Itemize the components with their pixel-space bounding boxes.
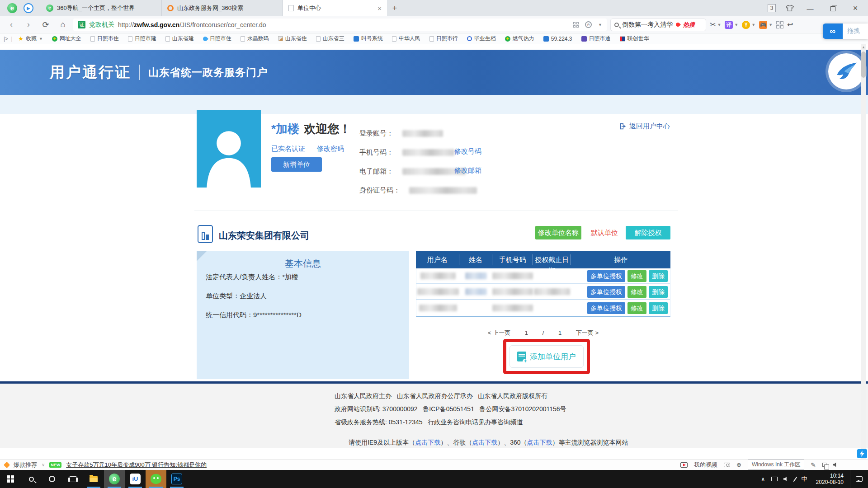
bookmark-item[interactable]: 联创世华 [617,35,652,42]
download-link[interactable]: 点击下载 [472,439,497,446]
cortana-button[interactable] [42,470,62,488]
bookmark-item[interactable]: 日照市住 [200,35,235,42]
screenshot-tool[interactable]: ✂▼ [710,20,721,29]
photoshop-button[interactable]: Ps [166,470,187,488]
url-dropdown-icon[interactable]: ▼ [598,23,602,27]
skin-tshirt-icon[interactable] [786,5,794,12]
pen-icon[interactable]: ✎ [811,461,816,469]
favorites-menu[interactable]: ★收藏▼ [15,35,46,42]
minimize-button[interactable]: — [804,5,816,12]
bookmark-item[interactable]: 日照市行 [426,35,461,42]
ime-indicator[interactable]: 中 [802,475,807,483]
wechat-button[interactable] [146,470,166,488]
tab-sd-gov-search[interactable]: 山东政务服务网_360搜索 [162,0,283,16]
volume-icon[interactable] [783,476,789,482]
download-link[interactable]: 点击下载 [415,439,440,446]
add-unit-user-button[interactable]: 添加单位用户 [509,345,584,368]
refresh-icon[interactable]: ⟳ [39,20,52,30]
speed-mode-badge[interactable] [857,449,867,458]
maximize-button[interactable] [826,5,839,12]
promo-label[interactable]: 爆款推荐 [14,461,37,469]
delete-button[interactable]: 删除 [649,270,668,282]
bookmark-item[interactable]: 毕业生档 [464,35,499,42]
bookmark-item[interactable]: 山东省三 [313,35,348,42]
windows-ink-workspace[interactable]: Windows Ink 工作区 [748,460,804,470]
nav-paper-plane-icon[interactable] [24,3,33,13]
action-center-button[interactable] [850,470,868,488]
multi-auth-button[interactable]: 多单位授权 [587,302,625,314]
close-window-button[interactable]: × [849,4,862,13]
netdisk-drag-popup[interactable]: ∞ 拖拽 [823,23,868,39]
overlap-windows-icon[interactable] [822,463,826,467]
bookmark-item[interactable]: +网址大全 [49,35,85,42]
bookmark-item[interactable]: 水晶数码 [237,35,272,42]
home-icon[interactable]: ⌂ [56,20,70,29]
browser-search-box[interactable]: 倒数第一考入清华 热搜 [610,19,706,31]
bookmarks-expand-icon[interactable]: |> [4,36,8,42]
speaker-icon[interactable] [833,462,838,468]
scroll-up-icon[interactable]: ▲ [861,45,866,49]
bookmark-item[interactable]: 日照市建 [125,35,160,42]
delete-button[interactable]: 删除 [649,302,668,314]
news-headline-link[interactable]: 女子存款5万元10年后变成900万 银行告知:钱都是你的 [66,461,207,469]
taskbar-clock[interactable]: 10:14 2020-08-10 [813,473,846,485]
multi-auth-button[interactable]: 多单位授权 [587,270,625,282]
url-input[interactable]: 证 党政机关 http://zwfw.sd.gov.cn/JIS/frontco… [73,19,607,31]
revoke-auth-button[interactable]: 解除授权 [626,226,670,239]
bookmark-item[interactable]: 中华人民 [389,35,424,42]
compat-mode-icon[interactable]: e [585,21,592,28]
return-user-center-link[interactable]: 返回用户中心 [618,122,670,131]
camera-icon[interactable] [724,463,730,467]
tray-expand-icon[interactable]: ∧ [761,476,765,483]
change-password-link[interactable]: 修改密码 [317,145,344,153]
bookmark-item[interactable]: 山东省建 [162,35,197,42]
back-icon[interactable]: ‹ [5,20,18,29]
plus-circle-icon[interactable]: ⊕ [736,461,741,468]
bookmark-item[interactable]: 山东省住 [275,35,310,42]
edit-button[interactable]: 修改 [627,270,646,282]
recently-closed-icon[interactable]: ↩ [787,20,793,29]
file-explorer-button[interactable] [83,470,104,488]
add-unit-button[interactable]: 新增单位 [271,157,322,172]
tab-unit-center-active[interactable]: 单位中心 × [283,0,387,16]
my-video-icon[interactable] [680,462,688,468]
my-video-label[interactable]: 我的视频 [694,461,717,469]
verified-link[interactable]: 已实名认证 [271,145,305,153]
game-center-tool[interactable]: 🎮▼ [759,21,773,29]
rename-company-button[interactable]: 修改单位名称 [535,226,581,239]
change-email-link[interactable]: 修改邮箱 [454,166,481,175]
display-icon[interactable] [771,477,778,481]
edit-button[interactable]: 修改 [627,286,646,298]
browser-360-button[interactable]: e [104,470,125,488]
new-tab-button[interactable]: + [387,0,402,16]
extensions-grid-icon[interactable] [776,21,783,28]
multi-auth-button[interactable]: 多单位授权 [587,286,625,298]
delete-button[interactable]: 删除 [649,286,668,298]
tab-count-badge[interactable]: 3 [768,4,776,12]
reading-grid-icon[interactable] [573,22,579,28]
tab-360-nav[interactable]: e 360导航_一个主页，整个世界 [41,0,162,16]
pen-tray-icon[interactable] [793,476,797,482]
bookmark-item[interactable]: 日照市住 [87,35,122,42]
page-scrollbar[interactable]: ▲ [861,44,866,459]
browser-360-logo-icon[interactable]: e [7,3,17,13]
bookmark-item[interactable]: 叫号系统 [350,35,386,42]
default-company-button[interactable]: 默认单位 [588,226,621,239]
taskbar-search-button[interactable] [21,470,42,488]
tab-close-icon[interactable]: × [377,5,382,12]
task-view-button[interactable] [62,470,83,488]
download-link[interactable]: 点击下载 [527,439,552,446]
chevron-down-icon[interactable]: ∨ [42,462,45,467]
change-phone-link[interactable]: 修改号码 [454,147,481,156]
bookmark-item[interactable]: 59.224.3 [540,36,576,42]
wallet-tool[interactable]: ¥▼ [742,21,755,29]
edit-button[interactable]: 修改 [627,302,646,314]
hot-search-label[interactable]: 热搜 [683,21,695,29]
bookmark-item[interactable]: 日照市通 [578,35,614,42]
start-button[interactable] [0,470,21,488]
bookmark-item[interactable]: +燃气热力 [502,35,538,42]
next-page-link[interactable]: 下一页 > [576,329,599,336]
iu-app-button[interactable]: iU [125,470,146,488]
scrollbar-thumb[interactable] [861,52,866,78]
translate-tool[interactable]: 译▼ [725,21,738,29]
